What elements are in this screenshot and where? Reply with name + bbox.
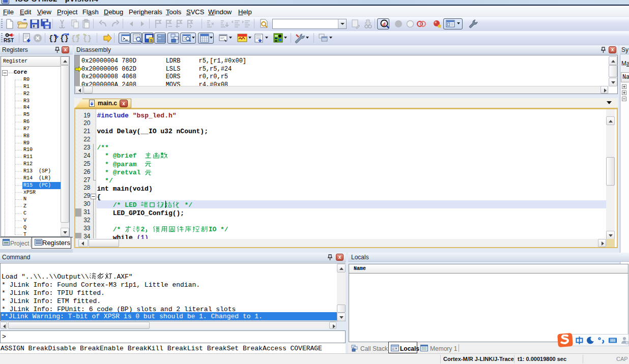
svg-text:6: 6 [626, 341, 628, 344]
svg-text:{}: {} [60, 35, 69, 43]
svg-text:RST: RST [4, 38, 14, 43]
svg-text:d: d [383, 21, 386, 27]
svg-text:{}: {} [71, 35, 80, 43]
svg-text:{}: {} [83, 35, 92, 43]
svg-text:S: S [150, 38, 153, 43]
